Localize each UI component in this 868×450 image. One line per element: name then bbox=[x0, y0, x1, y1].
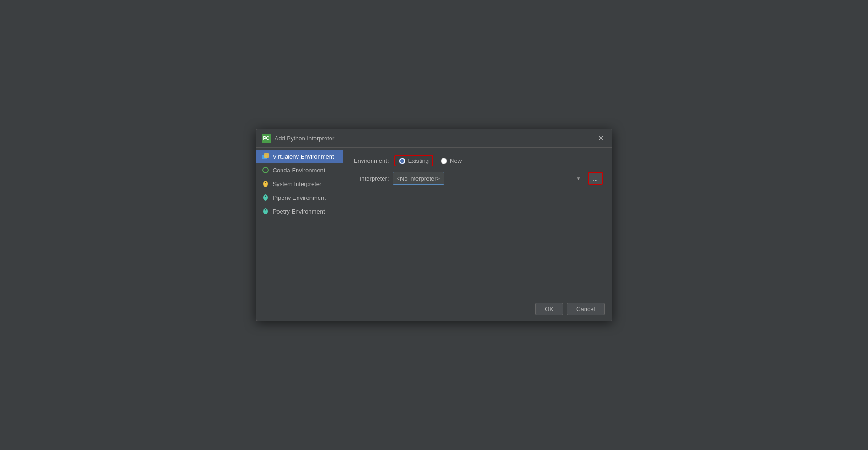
interpreter-select[interactable]: <No interpreter> bbox=[393, 172, 444, 185]
radio-existing-input[interactable] bbox=[399, 158, 405, 164]
title-bar: PC Add Python Interpreter ✕ bbox=[256, 129, 612, 148]
dialog-footer: OK Cancel bbox=[256, 297, 612, 321]
radio-group: Existing New bbox=[394, 155, 462, 166]
dropdown-arrow-icon: ▼ bbox=[576, 176, 581, 181]
sidebar-label-pipenv: Pipenv Environment bbox=[273, 194, 326, 201]
environment-row: Environment: Existing New bbox=[352, 155, 603, 166]
dialog-body: Virtualenv Environment Conda Environment bbox=[256, 148, 612, 297]
virtualenv-icon bbox=[262, 153, 269, 160]
poetry-icon bbox=[262, 208, 269, 215]
svg-point-2 bbox=[263, 167, 268, 173]
sidebar-item-system[interactable]: System Interpreter bbox=[256, 177, 343, 191]
close-button[interactable]: ✕ bbox=[595, 133, 607, 144]
conda-icon bbox=[262, 166, 269, 174]
environment-label: Environment: bbox=[352, 157, 389, 164]
main-content: Environment: Existing New bbox=[343, 148, 612, 297]
svg-rect-1 bbox=[264, 153, 269, 158]
radio-new-option[interactable]: New bbox=[441, 157, 462, 164]
svg-point-7 bbox=[263, 208, 268, 214]
ok-button[interactable]: OK bbox=[535, 303, 563, 315]
sidebar-label-system: System Interpreter bbox=[273, 181, 322, 188]
sidebar-item-virtualenv[interactable]: Virtualenv Environment bbox=[256, 150, 343, 163]
sidebar-item-pipenv[interactable]: Pipenv Environment bbox=[256, 191, 343, 204]
sidebar-item-poetry[interactable]: Poetry Environment bbox=[256, 204, 343, 218]
add-python-interpreter-dialog: PC Add Python Interpreter ✕ Virtualenv E… bbox=[256, 129, 612, 321]
browse-button[interactable]: ... bbox=[588, 172, 603, 185]
sidebar-item-conda[interactable]: Conda Environment bbox=[256, 163, 343, 177]
sidebar-label-conda: Conda Environment bbox=[273, 167, 325, 174]
system-interpreter-icon bbox=[262, 180, 269, 188]
svg-point-5 bbox=[263, 194, 268, 201]
radio-existing-label: Existing bbox=[408, 157, 429, 164]
interpreter-label: Interpreter: bbox=[352, 175, 389, 182]
interpreter-select-wrapper: <No interpreter> ▼ bbox=[393, 172, 585, 185]
sidebar-label-virtualenv: Virtualenv Environment bbox=[273, 153, 334, 160]
radio-existing-option[interactable]: Existing bbox=[399, 157, 429, 164]
app-icon: PC bbox=[262, 134, 271, 143]
title-bar-left: PC Add Python Interpreter bbox=[262, 134, 335, 143]
existing-radio-highlight: Existing bbox=[394, 155, 434, 166]
svg-point-6 bbox=[265, 196, 266, 197]
sidebar-label-poetry: Poetry Environment bbox=[273, 208, 325, 215]
radio-new-label: New bbox=[450, 157, 462, 164]
cancel-button[interactable]: Cancel bbox=[567, 303, 604, 315]
radio-new-input[interactable] bbox=[441, 158, 447, 164]
svg-point-8 bbox=[265, 209, 266, 211]
interpreter-row: Interpreter: <No interpreter> ▼ ... bbox=[352, 172, 603, 185]
svg-point-3 bbox=[263, 181, 268, 187]
svg-point-4 bbox=[265, 182, 266, 183]
pipenv-icon bbox=[262, 194, 269, 201]
dialog-title: Add Python Interpreter bbox=[275, 135, 335, 142]
sidebar: Virtualenv Environment Conda Environment bbox=[256, 148, 343, 297]
